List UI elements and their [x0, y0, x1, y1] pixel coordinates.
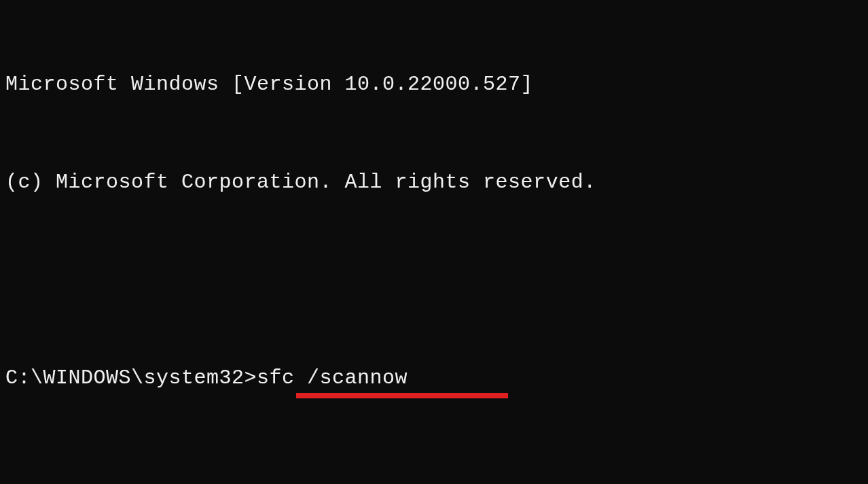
prompt-path: C:\WINDOWS\system32>: [5, 366, 257, 390]
copyright-line: (c) Microsoft Corporation. All rights re…: [5, 166, 863, 198]
terminal-output[interactable]: Microsoft Windows [Version 10.0.22000.52…: [5, 3, 863, 427]
red-underline-annotation: [296, 393, 508, 398]
entered-command[interactable]: sfc /scannow: [257, 366, 408, 390]
blank-line: [5, 264, 863, 296]
command-prompt-line: C:\WINDOWS\system32>sfc /scannow: [5, 362, 863, 394]
version-line: Microsoft Windows [Version 10.0.22000.52…: [5, 68, 863, 101]
